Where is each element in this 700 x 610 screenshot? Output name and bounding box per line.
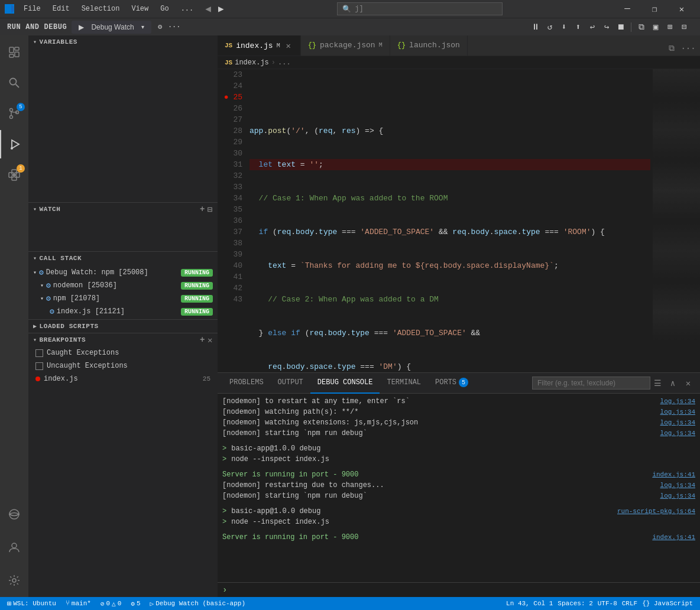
menu-edit[interactable]: Edit	[48, 4, 74, 14]
callstack-item-nodemon[interactable]: ▾ ⚙ nodemon [25036] RUNNING	[28, 279, 218, 292]
sync-status[interactable]: ⊘ 0 △ 0	[98, 597, 124, 610]
uncaught-exceptions-checkbox[interactable]	[35, 362, 43, 370]
more-button[interactable]: ···	[168, 21, 181, 34]
activity-extensions[interactable]: 1	[0, 161, 28, 189]
tab-launchjson[interactable]: {} launch.json	[390, 35, 468, 56]
loaded-scripts-header[interactable]: ▶ LOADED SCRIPTS	[28, 320, 218, 333]
tab-terminal[interactable]: TERMINAL	[380, 373, 428, 394]
caught-exceptions-item[interactable]: Caught Exceptions	[28, 346, 218, 359]
restart-button[interactable]: ↺	[543, 21, 556, 34]
settings-button[interactable]: ⚙	[154, 21, 167, 34]
step-into-button[interactable]: ⬆	[572, 21, 585, 34]
breadcrumb-file[interactable]: index.js	[235, 59, 269, 67]
tab-close-icon[interactable]: ✕	[284, 41, 293, 50]
watch-collapse-icon[interactable]: ⊟	[208, 205, 213, 215]
pause-button[interactable]: ⏸	[529, 21, 542, 34]
tab-indexjs[interactable]: JS index.js M ✕	[218, 35, 301, 56]
play-icon: ▷	[150, 600, 154, 608]
toggle-panel-button[interactable]: ▣	[649, 21, 662, 34]
source-link[interactable]: log.js:34	[660, 407, 695, 417]
activity-account[interactable]	[0, 533, 28, 562]
split-editor-button[interactable]: ⊞	[663, 21, 676, 34]
minimize-button[interactable]: —	[614, 0, 641, 18]
caught-exceptions-checkbox[interactable]	[35, 349, 43, 357]
more-tabs-icon[interactable]: ···	[681, 41, 695, 56]
spaces-status[interactable]: Spaces: 2	[555, 597, 595, 610]
close-button[interactable]: ✕	[668, 0, 695, 18]
watch-add-icon[interactable]: +	[200, 205, 205, 214]
back-button[interactable]: ◀	[203, 3, 213, 15]
svg-rect-3	[9, 54, 14, 57]
source-link[interactable]: run-script-pkg.js:64	[617, 506, 695, 517]
forward-button[interactable]: ▶	[216, 3, 226, 15]
maximize-button[interactable]: ❐	[641, 0, 668, 18]
debug-toolbar-actions: ⚙ ···	[154, 21, 181, 34]
debug-status[interactable]: ⚙ 5	[128, 597, 142, 610]
tab-problems[interactable]: PROBLEMS	[222, 373, 271, 394]
step-over-button[interactable]: ⬇	[558, 21, 571, 34]
callstack-item-indexjs[interactable]: ⚙ index.js [21121] RUNNING	[28, 305, 218, 318]
tab-packagejson[interactable]: {} package.json M	[301, 35, 390, 56]
position-label: Ln 43, Col 1	[506, 600, 553, 607]
code-editor[interactable]: 23 24 ● 25 26 27 28 29 30 31 32 33 34 35…	[218, 69, 700, 372]
source-link[interactable]: log.js:34	[660, 428, 695, 439]
split-editor-right-icon[interactable]: ⧉	[665, 41, 679, 56]
add-breakpoint-icon[interactable]: +	[200, 335, 205, 345]
activity-settings[interactable]	[0, 566, 28, 595]
line-27: 27	[218, 114, 242, 125]
activity-explorer[interactable]	[0, 38, 28, 66]
debug-config-name: Debug Watch	[89, 22, 136, 33]
console-output: [nodemon] to restart at any time, enter …	[218, 394, 700, 582]
activity-search[interactable]	[0, 69, 28, 97]
variables-header[interactable]: ▾ VARIABLES	[28, 35, 218, 48]
debug-config-button[interactable]: ▶ Debug Watch ▾	[72, 21, 151, 34]
menu-more[interactable]: ...	[176, 4, 199, 14]
activity-run-debug[interactable]	[0, 130, 28, 158]
menu-go[interactable]: Go	[155, 4, 173, 14]
tab-output[interactable]: OUTPUT	[271, 373, 310, 394]
indexjs-breakpoint-item[interactable]: index.js 25	[28, 372, 218, 385]
vscode-logo-icon	[5, 4, 14, 14]
encoding-status[interactable]: UTF-8	[595, 597, 620, 610]
branch-status[interactable]: ⑂ main*	[63, 597, 93, 610]
stop-button[interactable]: ⏹	[614, 21, 627, 34]
tab-debug-console[interactable]: DEBUG CONSOLE	[310, 373, 380, 394]
debug-session-status[interactable]: ▷ Debug Watch (basic-app)	[148, 597, 248, 610]
customize-layout-button[interactable]: ⊟	[678, 21, 691, 34]
tab-ports[interactable]: PORTS 5	[428, 373, 475, 394]
activity-source-control[interactable]: 5	[0, 99, 28, 128]
remove-breakpoints-icon[interactable]: ✕	[208, 335, 213, 345]
menu-file[interactable]: File	[19, 4, 46, 14]
source-link[interactable]: log.js:34	[660, 396, 695, 407]
callstack-header[interactable]: ▾ CALL STACK	[28, 252, 218, 265]
console-line-9: [nodemon] starting `npm run debug` log.j…	[222, 491, 695, 501]
language-status[interactable]: {} JavaScript	[640, 597, 695, 610]
uncaught-exceptions-item[interactable]: Uncaught Exceptions	[28, 359, 218, 372]
source-link[interactable]: log.js:34	[660, 491, 695, 501]
activity-remote[interactable]	[0, 500, 28, 528]
wrap-lines-icon[interactable]: ☰	[650, 376, 665, 390]
remote-status[interactable]: ⊞ WSL: Ubuntu	[5, 597, 59, 610]
source-link[interactable]: index.js:41	[652, 469, 695, 480]
menu-view[interactable]: View	[127, 4, 153, 14]
source-link[interactable]: log.js:34	[660, 417, 695, 428]
scroll-to-bottom-icon[interactable]: ∧	[666, 376, 680, 390]
menu-selection[interactable]: Selection	[77, 4, 125, 14]
source-link[interactable]: index.js:41	[652, 532, 695, 543]
continue-button[interactable]: ↪	[600, 21, 613, 34]
title-search-bar[interactable]: 🔍 j]	[337, 2, 503, 15]
error-icon: ⊘	[101, 600, 105, 608]
source-link[interactable]: log.js:34	[660, 480, 695, 491]
callstack-item-npm-25008[interactable]: ▾ ⚙ Debug Watch: npm [25008] RUNNING	[28, 266, 218, 279]
cursor-position[interactable]: Ln 43, Col 1	[504, 597, 555, 610]
clear-console-icon[interactable]: ✕	[681, 376, 695, 390]
watch-header[interactable]: ▾ WATCH + ⊟	[28, 203, 218, 216]
step-out-button[interactable]: ↩	[586, 21, 599, 34]
filter-input[interactable]	[532, 377, 650, 390]
eol-status[interactable]: CRLF	[620, 597, 640, 610]
toggle-layout-button[interactable]: ⧉	[635, 21, 648, 34]
breakpoints-header[interactable]: ▾ BREAKPOINTS + ✕	[28, 333, 218, 346]
callstack-item-npm-21078[interactable]: ▾ ⚙ npm [21078] RUNNING	[28, 292, 218, 305]
callstack-label: CALL STACK	[40, 255, 82, 262]
console-input[interactable]	[229, 586, 695, 595]
